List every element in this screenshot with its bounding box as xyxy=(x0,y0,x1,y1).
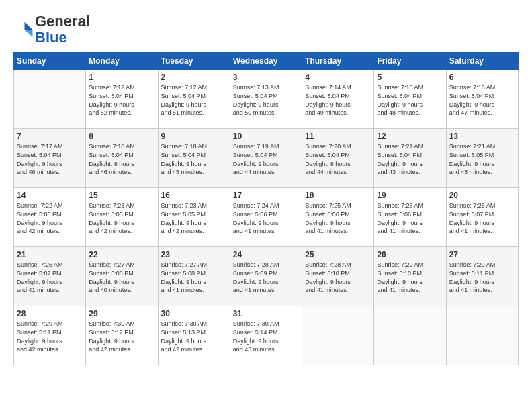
day-info: Sunrise: 7:18 AM Sunset: 5:04 PM Dayligh… xyxy=(89,142,154,176)
day-number: 11 xyxy=(305,132,371,141)
calendar-cell: 3Sunrise: 7:13 AM Sunset: 5:04 PM Daylig… xyxy=(230,70,302,129)
day-number: 13 xyxy=(449,132,515,141)
header-row: SundayMondayTuesdayWednesdayThursdayFrid… xyxy=(14,53,519,70)
header-day-sunday: Sunday xyxy=(14,53,86,70)
calendar-cell: 1Sunrise: 7:12 AM Sunset: 5:04 PM Daylig… xyxy=(86,70,158,129)
calendar-cell: 13Sunrise: 7:21 AM Sunset: 5:05 PM Dayli… xyxy=(446,129,518,188)
calendar-cell: 10Sunrise: 7:19 AM Sunset: 5:04 PM Dayli… xyxy=(230,129,302,188)
calendar-cell: 21Sunrise: 7:26 AM Sunset: 5:07 PM Dayli… xyxy=(14,247,86,306)
week-row-2: 14Sunrise: 7:22 AM Sunset: 5:05 PM Dayli… xyxy=(14,188,519,247)
day-info: Sunrise: 7:27 AM Sunset: 5:08 PM Dayligh… xyxy=(89,261,154,294)
calendar-cell: 6Sunrise: 7:16 AM Sunset: 5:04 PM Daylig… xyxy=(446,70,518,129)
calendar-cell: 28Sunrise: 7:29 AM Sunset: 5:11 PM Dayli… xyxy=(14,306,86,365)
calendar-cell: 31Sunrise: 7:30 AM Sunset: 5:14 PM Dayli… xyxy=(230,306,302,365)
calendar-body: 1Sunrise: 7:12 AM Sunset: 5:04 PM Daylig… xyxy=(14,70,519,365)
calendar-cell: 20Sunrise: 7:26 AM Sunset: 5:07 PM Dayli… xyxy=(446,188,518,247)
day-info: Sunrise: 7:26 AM Sunset: 5:07 PM Dayligh… xyxy=(449,201,515,235)
day-number: 2 xyxy=(161,73,227,82)
day-info: Sunrise: 7:12 AM Sunset: 5:04 PM Dayligh… xyxy=(161,83,227,117)
calendar-cell: 14Sunrise: 7:22 AM Sunset: 5:05 PM Dayli… xyxy=(14,188,86,247)
day-info: Sunrise: 7:28 AM Sunset: 5:09 PM Dayligh… xyxy=(233,261,299,294)
day-info: Sunrise: 7:30 AM Sunset: 5:14 PM Dayligh… xyxy=(233,320,299,353)
week-row-0: 1Sunrise: 7:12 AM Sunset: 5:04 PM Daylig… xyxy=(14,70,519,129)
calendar-header: SundayMondayTuesdayWednesdayThursdayFrid… xyxy=(14,53,519,70)
header-day-friday: Friday xyxy=(374,53,446,70)
day-info: Sunrise: 7:13 AM Sunset: 5:04 PM Dayligh… xyxy=(233,83,299,117)
day-number: 8 xyxy=(89,132,154,141)
day-info: Sunrise: 7:29 AM Sunset: 5:11 PM Dayligh… xyxy=(449,261,515,294)
day-info: Sunrise: 7:24 AM Sunset: 5:06 PM Dayligh… xyxy=(233,201,299,235)
day-number: 12 xyxy=(377,132,443,141)
day-info: Sunrise: 7:29 AM Sunset: 5:11 PM Dayligh… xyxy=(17,320,83,353)
day-info: Sunrise: 7:25 AM Sunset: 5:06 PM Dayligh… xyxy=(305,201,371,235)
day-number: 26 xyxy=(377,250,443,259)
day-number: 15 xyxy=(89,191,154,200)
header-day-thursday: Thursday xyxy=(302,53,374,70)
week-row-3: 21Sunrise: 7:26 AM Sunset: 5:07 PM Dayli… xyxy=(14,247,519,306)
calendar-cell: 7Sunrise: 7:17 AM Sunset: 5:04 PM Daylig… xyxy=(14,129,86,188)
day-info: Sunrise: 7:12 AM Sunset: 5:04 PM Dayligh… xyxy=(89,83,154,117)
day-info: Sunrise: 7:20 AM Sunset: 5:04 PM Dayligh… xyxy=(305,142,371,176)
calendar-cell: 23Sunrise: 7:27 AM Sunset: 5:08 PM Dayli… xyxy=(158,247,230,306)
day-number: 21 xyxy=(17,250,83,259)
day-info: Sunrise: 7:23 AM Sunset: 5:05 PM Dayligh… xyxy=(89,201,154,235)
calendar-cell: 29Sunrise: 7:30 AM Sunset: 5:12 PM Dayli… xyxy=(86,306,158,365)
day-number: 10 xyxy=(233,132,299,141)
week-row-4: 28Sunrise: 7:29 AM Sunset: 5:11 PM Dayli… xyxy=(14,306,519,365)
day-number: 25 xyxy=(305,250,371,259)
calendar-cell: 11Sunrise: 7:20 AM Sunset: 5:04 PM Dayli… xyxy=(302,129,374,188)
day-number: 4 xyxy=(305,73,371,82)
logo: General Blue xyxy=(13,13,90,46)
calendar-cell: 24Sunrise: 7:28 AM Sunset: 5:09 PM Dayli… xyxy=(230,247,302,306)
calendar-cell: 2Sunrise: 7:12 AM Sunset: 5:04 PM Daylig… xyxy=(158,70,230,129)
header-day-tuesday: Tuesday xyxy=(158,53,230,70)
day-number: 18 xyxy=(305,191,371,200)
header: General Blue xyxy=(13,13,519,46)
day-number: 30 xyxy=(161,309,227,318)
calendar-cell: 12Sunrise: 7:21 AM Sunset: 5:04 PM Dayli… xyxy=(374,129,446,188)
calendar-cell: 15Sunrise: 7:23 AM Sunset: 5:05 PM Dayli… xyxy=(86,188,158,247)
day-number: 1 xyxy=(89,73,154,82)
calendar-cell: 30Sunrise: 7:30 AM Sunset: 5:13 PM Dayli… xyxy=(158,306,230,365)
day-number: 24 xyxy=(233,250,299,259)
calendar-cell: 5Sunrise: 7:15 AM Sunset: 5:04 PM Daylig… xyxy=(374,70,446,129)
day-info: Sunrise: 7:29 AM Sunset: 5:10 PM Dayligh… xyxy=(377,261,443,294)
calendar-cell: 4Sunrise: 7:14 AM Sunset: 5:04 PM Daylig… xyxy=(302,70,374,129)
day-info: Sunrise: 7:18 AM Sunset: 5:04 PM Dayligh… xyxy=(161,142,227,176)
calendar-cell: 25Sunrise: 7:28 AM Sunset: 5:10 PM Dayli… xyxy=(302,247,374,306)
day-info: Sunrise: 7:21 AM Sunset: 5:05 PM Dayligh… xyxy=(449,142,515,176)
calendar-cell: 17Sunrise: 7:24 AM Sunset: 5:06 PM Dayli… xyxy=(230,188,302,247)
calendar-cell: 27Sunrise: 7:29 AM Sunset: 5:11 PM Dayli… xyxy=(446,247,518,306)
calendar-cell xyxy=(374,306,446,365)
header-day-monday: Monday xyxy=(86,53,158,70)
calendar-cell xyxy=(446,306,518,365)
day-info: Sunrise: 7:16 AM Sunset: 5:04 PM Dayligh… xyxy=(449,83,515,117)
calendar-cell xyxy=(302,306,374,365)
day-info: Sunrise: 7:25 AM Sunset: 5:06 PM Dayligh… xyxy=(377,201,443,235)
day-info: Sunrise: 7:30 AM Sunset: 5:12 PM Dayligh… xyxy=(89,320,154,353)
calendar-cell: 16Sunrise: 7:23 AM Sunset: 5:05 PM Dayli… xyxy=(158,188,230,247)
day-number: 27 xyxy=(449,250,515,259)
day-number: 3 xyxy=(233,73,299,82)
day-number: 9 xyxy=(161,132,227,141)
day-number: 28 xyxy=(17,309,83,318)
day-number: 20 xyxy=(449,191,515,200)
calendar-cell: 22Sunrise: 7:27 AM Sunset: 5:08 PM Dayli… xyxy=(86,247,158,306)
calendar-cell xyxy=(14,70,86,129)
day-number: 17 xyxy=(233,191,299,200)
day-number: 7 xyxy=(17,132,83,141)
day-info: Sunrise: 7:15 AM Sunset: 5:04 PM Dayligh… xyxy=(377,83,443,117)
day-number: 23 xyxy=(161,250,227,259)
day-number: 5 xyxy=(377,73,443,82)
svg-marker-0 xyxy=(25,22,33,30)
day-number: 14 xyxy=(17,191,83,200)
day-info: Sunrise: 7:23 AM Sunset: 5:05 PM Dayligh… xyxy=(161,201,227,235)
day-info: Sunrise: 7:17 AM Sunset: 5:04 PM Dayligh… xyxy=(17,142,83,176)
header-day-saturday: Saturday xyxy=(446,53,518,70)
day-info: Sunrise: 7:30 AM Sunset: 5:13 PM Dayligh… xyxy=(161,320,227,353)
calendar-cell: 8Sunrise: 7:18 AM Sunset: 5:04 PM Daylig… xyxy=(86,129,158,188)
day-number: 29 xyxy=(89,309,154,318)
day-info: Sunrise: 7:21 AM Sunset: 5:04 PM Dayligh… xyxy=(377,142,443,176)
calendar-cell: 26Sunrise: 7:29 AM Sunset: 5:10 PM Dayli… xyxy=(374,247,446,306)
calendar-cell: 18Sunrise: 7:25 AM Sunset: 5:06 PM Dayli… xyxy=(302,188,374,247)
